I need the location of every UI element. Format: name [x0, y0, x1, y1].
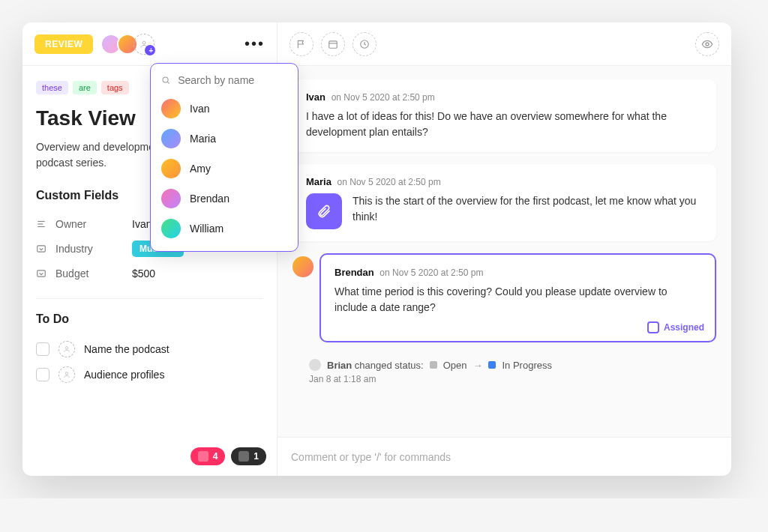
- dropdown-person[interactable]: Ivan: [151, 94, 298, 124]
- svg-point-8: [163, 77, 168, 82]
- assignee-avatars: +: [105, 34, 154, 55]
- avatar: [161, 99, 181, 118]
- custom-field-row[interactable]: Budget $500: [36, 262, 263, 285]
- search-input[interactable]: [178, 74, 287, 86]
- avatar: [161, 159, 181, 178]
- comment-body: I have a lot of ideas for this! Do we ha…: [306, 109, 703, 140]
- time-button[interactable]: [352, 32, 376, 56]
- search-icon: [161, 75, 170, 85]
- status-to: In Progress: [502, 360, 551, 371]
- person-name: Ivan: [190, 103, 209, 115]
- comment-with-avatar: Brendan on Nov 5 2020 at 2:50 pm What ti…: [292, 253, 716, 354]
- integration-pill[interactable]: 4: [190, 447, 226, 465]
- arrow-right-icon: →: [472, 360, 482, 371]
- composer-placeholder: Comment or type '/' for commands: [291, 451, 451, 463]
- activity-time: Jan 8 at 1:18 am: [309, 374, 716, 384]
- more-menu-button[interactable]: •••: [244, 35, 265, 52]
- svg-point-6: [65, 347, 68, 349]
- comment-meta: on Nov 5 2020 at 2:50 pm: [332, 92, 435, 103]
- assigned-chip[interactable]: Assigned: [647, 321, 704, 333]
- integration-pills: 4 1: [190, 447, 266, 465]
- status-pill[interactable]: REVIEW: [34, 34, 93, 54]
- activity-verb: changed status:: [355, 360, 424, 371]
- person-name: William: [190, 223, 224, 235]
- people-dropdown: Ivan Maria Amy Brendan William: [150, 63, 298, 252]
- field-value[interactable]: $500: [132, 267, 155, 279]
- text-icon: [36, 219, 46, 229]
- comment-thread[interactable]: Ivan on Nov 5 2020 at 2:50 pm I have a l…: [278, 66, 731, 437]
- activity-actor: Brian: [327, 360, 352, 371]
- add-assignee-button[interactable]: +: [134, 34, 154, 55]
- status-square-icon: [488, 361, 496, 369]
- dropdown-icon: [36, 268, 46, 279]
- comment-meta: on Nov 5 2020 at 2:50 pm: [380, 267, 483, 278]
- activity-entry: Brian changed status: Open → In Progress: [309, 359, 716, 371]
- person-name: Amy: [190, 163, 211, 175]
- tag[interactable]: are: [73, 81, 97, 94]
- field-label: Owner: [56, 218, 123, 230]
- comment[interactable]: Brendan on Nov 5 2020 at 2:50 pm What ti…: [320, 253, 716, 342]
- svg-rect-10: [329, 40, 338, 47]
- right-pane: Ivan on Nov 5 2020 at 2:50 pm I have a l…: [278, 22, 731, 476]
- assign-placeholder-icon[interactable]: [58, 341, 75, 357]
- pill-count: 4: [213, 451, 218, 462]
- svg-point-0: [142, 41, 146, 44]
- status-square-icon: [430, 361, 437, 369]
- todo-label: Audience profiles: [84, 369, 164, 381]
- field-value[interactable]: Ivan: [132, 218, 152, 230]
- status-from: Open: [443, 360, 467, 371]
- svg-line-9: [167, 82, 169, 83]
- comment[interactable]: Ivan on Nov 5 2020 at 2:50 pm I have a l…: [292, 79, 716, 152]
- flag-button[interactable]: [290, 32, 314, 56]
- calendar-button[interactable]: [321, 32, 345, 56]
- person-name: Brendan: [190, 193, 230, 205]
- dropdown-icon: [36, 244, 46, 254]
- right-toolbar: [278, 22, 731, 66]
- comment-author: Maria: [306, 176, 332, 187]
- tag[interactable]: tags: [101, 81, 129, 94]
- svg-rect-4: [38, 246, 46, 252]
- avatar: [161, 219, 181, 238]
- dropdown-search[interactable]: [151, 71, 298, 94]
- figma-icon: [238, 451, 249, 462]
- todo-item[interactable]: Audience profiles: [36, 362, 263, 387]
- avatar: [161, 129, 181, 148]
- checkbox[interactable]: [36, 368, 50, 381]
- person-name: Maria: [190, 133, 216, 145]
- comment-body: What time period is this covering? Could…: [334, 284, 701, 315]
- svg-rect-5: [38, 270, 46, 276]
- comment[interactable]: Maria on Nov 5 2020 at 2:50 pm This is t…: [292, 164, 716, 241]
- divider: [36, 298, 263, 299]
- dropdown-person[interactable]: William: [151, 214, 298, 244]
- avatar[interactable]: [292, 256, 314, 277]
- field-label: Industry: [56, 243, 123, 255]
- app-window: REVIEW + ••• these are tags Task View Ov…: [22, 22, 731, 476]
- field-label: Budget: [56, 267, 123, 279]
- checkbox[interactable]: [36, 342, 50, 356]
- left-toolbar: REVIEW + •••: [22, 22, 277, 66]
- comment-author: Ivan: [306, 91, 326, 103]
- comment-composer[interactable]: Comment or type '/' for commands: [278, 437, 731, 476]
- svg-point-7: [65, 372, 68, 375]
- comment-body: This is the start of the overview for th…: [352, 193, 703, 225]
- assigned-label: Assigned: [664, 322, 704, 333]
- pill-count: 1: [254, 451, 259, 462]
- comment-author: Brendan: [334, 267, 374, 278]
- assign-placeholder-icon[interactable]: [58, 366, 75, 383]
- dropdown-person[interactable]: Maria: [151, 124, 298, 154]
- todo-item[interactable]: Name the podcast: [36, 336, 263, 362]
- invision-icon: [198, 451, 208, 462]
- todo-label: Name the podcast: [84, 343, 170, 355]
- avatar: [161, 189, 181, 208]
- comment-meta: on Nov 5 2020 at 2:50 pm: [338, 177, 441, 187]
- tag[interactable]: these: [36, 81, 68, 94]
- dropdown-person[interactable]: Brendan: [151, 184, 298, 214]
- watch-button[interactable]: [695, 32, 719, 56]
- avatar: [309, 359, 321, 371]
- attachment-icon[interactable]: [306, 193, 342, 229]
- todo-heading: To Do: [36, 312, 263, 326]
- dropdown-person[interactable]: Amy: [151, 154, 298, 184]
- integration-pill[interactable]: 1: [231, 447, 266, 465]
- checkbox-icon: [647, 321, 659, 333]
- svg-point-13: [706, 43, 709, 46]
